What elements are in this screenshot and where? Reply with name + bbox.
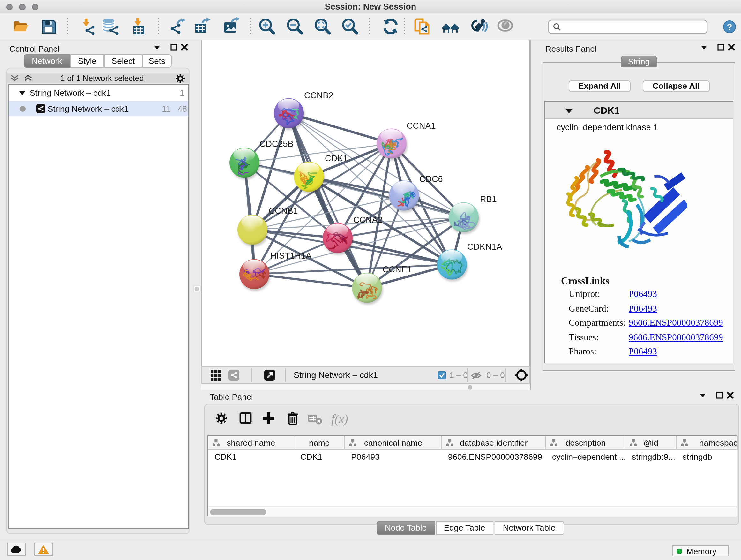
- svg-text:0 – 0: 0 – 0: [486, 370, 505, 380]
- svg-text:CCNA2: CCNA2: [353, 215, 383, 225]
- svg-text:HIST1H1A: HIST1H1A: [270, 251, 312, 260]
- svg-text:?: ?: [727, 22, 732, 32]
- svg-text:RB1: RB1: [480, 194, 497, 204]
- svg-text:CCNB1: CCNB1: [269, 206, 298, 215]
- svg-text:1 – 0: 1 – 0: [449, 370, 468, 380]
- svg-text:CDK1: CDK1: [325, 153, 348, 163]
- svg-text:CCNB2: CCNB2: [304, 90, 333, 100]
- svg-text:CDC6: CDC6: [419, 174, 443, 184]
- svg-text:CDKN1A: CDKN1A: [467, 242, 502, 251]
- svg-text:f(x): f(x): [331, 412, 348, 426]
- svg-text:CCNA1: CCNA1: [407, 121, 436, 130]
- svg-text:CCNE1: CCNE1: [383, 264, 412, 274]
- svg-text:CDC25B: CDC25B: [259, 139, 293, 148]
